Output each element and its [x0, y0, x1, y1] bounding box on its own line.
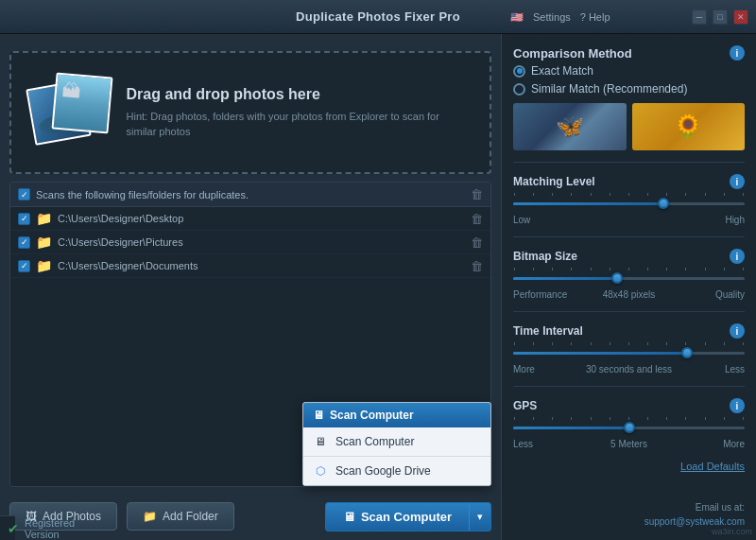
gps-info-icon[interactable]: i	[730, 398, 745, 413]
maximize-button[interactable]: □	[713, 9, 728, 25]
matching-track	[513, 202, 745, 205]
bitmap-section: Bitmap Size i Performance 48x48	[513, 249, 745, 300]
bitmap-track	[513, 277, 745, 280]
drop-zone-heading: Drag and drop photos here	[127, 86, 471, 103]
scan-button-group: 🖥 Scan Computer 🖥 Scan Computer ⬡ Scan G…	[325, 502, 491, 531]
time-info-icon[interactable]: i	[730, 323, 745, 339]
help-link[interactable]: ? Help	[580, 11, 610, 23]
file-checkbox-2[interactable]: ✓	[18, 236, 30, 249]
matching-thumb[interactable]	[658, 198, 669, 209]
bitmap-thumb[interactable]	[611, 272, 623, 284]
file-delete-2[interactable]: 🗑	[471, 235, 483, 250]
similar-match-radio[interactable]: Similar Match (Recommended)	[513, 82, 745, 96]
dropdown-item-google-drive[interactable]: ⬡ Scan Google Drive	[303, 457, 490, 485]
matching-low: Low	[513, 215, 530, 225]
matching-labels: Low High	[513, 215, 745, 225]
delete-all-icon[interactable]: 🗑	[471, 187, 483, 201]
folder-icon-1: 📁	[36, 211, 52, 226]
file-delete-1[interactable]: 🗑	[471, 212, 483, 226]
comparison-info-icon[interactable]: i	[730, 45, 745, 61]
bitmap-size-val: 48x48 pixels	[603, 289, 656, 300]
time-track	[513, 352, 745, 355]
similar-match-radio-outer	[513, 83, 525, 96]
comparison-title: Comparison Method i	[513, 45, 745, 61]
watermark: wa3in.com	[712, 527, 752, 536]
comparison-title-label: Comparison Method	[513, 46, 632, 61]
bitmap-slider-container	[513, 268, 745, 286]
bitmap-title: Bitmap Size i	[513, 249, 745, 264]
radio-group: Exact Match Similar Match (Recommended)	[513, 64, 745, 96]
time-less: Less	[725, 364, 745, 375]
window-controls: ─ □ ✕	[692, 9, 748, 25]
google-drive-label: Scan Google Drive	[335, 464, 431, 478]
bitmap-quality: Quality	[715, 289, 745, 300]
drop-zone-photos	[30, 75, 108, 150]
gps-more: More	[723, 439, 745, 449]
gps-slider-container	[513, 417, 745, 435]
right-panel: Comparison Method i Exact Match Similar …	[501, 34, 756, 540]
settings-link[interactable]: Settings	[533, 11, 571, 23]
load-defaults-link[interactable]: Load Defaults	[513, 461, 745, 472]
divider-2	[513, 236, 745, 237]
file-path-1: C:\Users\Designer\Desktop	[58, 213, 183, 224]
matching-slider[interactable]	[513, 196, 745, 211]
matching-high: High	[725, 215, 745, 225]
time-label: Time Interval	[513, 324, 583, 338]
dropdown-header-label: Scan Computer	[330, 409, 414, 422]
gps-labels: Less 5 Meters More	[513, 439, 745, 449]
preview-butterfly	[513, 103, 627, 150]
time-labels: More 30 seconds and less Less	[513, 364, 745, 375]
files-header-label: Scans the following files/folders for du…	[36, 189, 249, 200]
main-container: Drag and drop photos here Hint: Drag pho…	[0, 34, 756, 540]
folder-icon-3: 📁	[36, 258, 52, 273]
time-thumb[interactable]	[681, 347, 693, 358]
registered-check-icon: ✔	[8, 521, 19, 536]
bitmap-info-icon[interactable]: i	[730, 249, 745, 264]
preview-sunflower	[632, 103, 746, 150]
matching-info-icon[interactable]: i	[730, 174, 745, 189]
bitmap-labels: Performance 48x48 pixels Quality	[513, 289, 745, 300]
preview-images	[513, 103, 745, 150]
exact-match-radio[interactable]: Exact Match	[513, 64, 745, 78]
scan-computer-button[interactable]: 🖥 Scan Computer	[325, 502, 469, 531]
matching-fill	[513, 202, 663, 205]
email-value[interactable]: support@systweak.com	[513, 514, 745, 529]
gps-thumb[interactable]	[624, 422, 635, 433]
dropdown-item-scan-computer[interactable]: 🖥 Scan Computer	[303, 427, 490, 457]
add-folder-label: Add Folder	[163, 510, 218, 523]
minimize-button[interactable]: ─	[692, 9, 707, 25]
add-folder-icon: 📁	[143, 510, 157, 523]
drop-zone-hint: Hint: Drag photos, folders with your pho…	[127, 109, 471, 140]
files-header: ✓ Scans the following files/folders for …	[10, 183, 490, 207]
file-checkbox-3[interactable]: ✓	[18, 260, 30, 272]
scan-computer-main-label: Scan Computer	[361, 510, 452, 524]
bitmap-slider[interactable]	[513, 270, 745, 286]
gps-section: GPS i Less 5 Meters Mor	[513, 398, 745, 449]
title-bar: Duplicate Photos Fixer Pro 🇺🇸 Settings ?…	[0, 0, 756, 34]
gps-slider[interactable]	[513, 420, 745, 435]
drop-zone[interactable]: Drag and drop photos here Hint: Drag pho…	[9, 51, 491, 174]
bottom-bar: 🖼 Add Photos 📁 Add Folder 🖥 Scan Compute…	[9, 495, 491, 531]
time-more: More	[513, 364, 535, 375]
file-path-2: C:\Users\Designer\Pictures	[58, 236, 183, 248]
drop-zone-text: Drag and drop photos here Hint: Drag pho…	[127, 86, 471, 140]
registered-label: Registered Version	[25, 517, 75, 540]
folder-icon-2: 📁	[36, 235, 52, 250]
similar-match-label: Similar Match (Recommended)	[531, 82, 687, 96]
email-label: Email us at:	[513, 500, 745, 514]
select-all-checkbox[interactable]: ✓	[18, 188, 30, 200]
scan-dropdown-toggle[interactable]: ▾	[469, 502, 491, 531]
time-section: Time Interval i More 30 seconds	[513, 323, 745, 375]
left-panel: Drag and drop photos here Hint: Drag pho…	[0, 34, 501, 540]
time-title: Time Interval i	[513, 323, 745, 339]
add-folder-button[interactable]: 📁 Add Folder	[127, 502, 234, 531]
bitmap-label: Bitmap Size	[513, 250, 577, 263]
time-slider[interactable]	[513, 345, 745, 360]
file-delete-3[interactable]: 🗑	[471, 259, 483, 273]
file-checkbox-1[interactable]: ✓	[18, 213, 30, 225]
close-button[interactable]: ✕	[733, 9, 748, 25]
title-bar-extras: 🇺🇸 Settings ? Help	[510, 10, 610, 23]
scan-icon: 🖥	[343, 510, 355, 524]
file-row: ✓ 📁 C:\Users\Designer\Pictures 🗑	[10, 231, 490, 254]
file-row: ✓ 📁 C:\Users\Designer\Desktop 🗑	[10, 207, 490, 231]
